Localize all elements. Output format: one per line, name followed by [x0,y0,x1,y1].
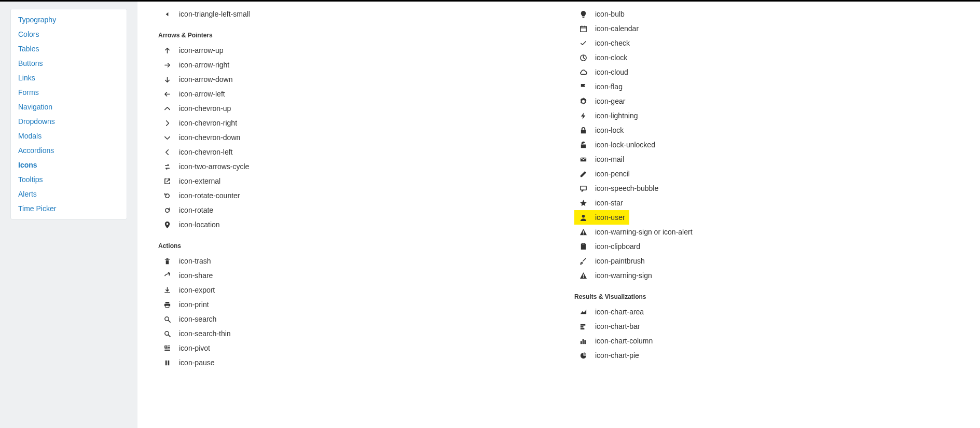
icon-label: icon-speech-bubble [595,184,658,192]
icon-label: icon-chart-pie [595,351,639,360]
icon-label: icon-paintbrush [595,257,645,265]
icon-label: icon-calendar [595,24,639,33]
icon-label: icon-pause [179,358,215,367]
icon-label: icon-pivot [179,344,210,352]
left-column: icon-triangle-left-smallArrows & Pointer… [158,7,543,370]
icon-row-arrow-left: icon-arrow-left [158,87,543,101]
sidebar-item-time-picker[interactable]: Time Picker [11,201,127,216]
icon-row-search: icon-search [158,312,543,326]
clock-icon [578,53,588,62]
icon-label: icon-export [179,286,215,294]
svg-rect-21 [584,340,586,344]
icon-label: icon-clock [595,53,627,62]
icon-row-share: icon-share [158,268,543,283]
icon-label: icon-chart-area [595,308,644,316]
icon-label: icon-bulb [595,10,625,18]
icon-row-rotate-counter: icon-rotate-counter [158,188,543,203]
star-icon [578,198,588,208]
icon-row-chart-area: icon-chart-area [574,305,959,319]
sidebar-nav: TypographyColorsTablesButtonsLinksFormsN… [10,9,127,219]
icon-label: icon-mail [595,155,624,163]
pencil-icon [578,169,588,178]
right-column: icon-bulbicon-calendaricon-checkicon-clo… [574,7,959,370]
icon-row-arrow-up: icon-arrow-up [158,43,543,58]
lock-icon [578,126,588,135]
icon-label: icon-warning-sign [595,271,652,280]
warning-sign-icon [578,227,588,237]
svg-rect-10 [583,230,584,233]
icon-label: icon-clipboard [595,242,640,251]
icon-label: icon-trash [179,257,211,265]
svg-rect-0 [165,306,169,307]
icon-label: icon-arrow-down [179,75,232,84]
icon-row-clipboard: icon-clipboard [574,239,959,254]
icon-row-two-arrows-cycle: icon-two-arrows-cycle [158,159,543,174]
sidebar-item-navigation[interactable]: Navigation [11,100,127,114]
bulb-icon [578,9,588,19]
export-icon [162,285,172,295]
group-title: Arrows & Pointers [158,32,543,39]
icon-label: icon-search-thin [179,329,231,338]
icon-label: icon-cloud [595,68,628,76]
icon-label: icon-check [595,39,630,47]
icon-label: icon-location [179,220,220,229]
icon-row-location: icon-location [158,217,543,232]
sidebar-item-modals[interactable]: Modals [11,129,127,143]
sidebar-item-dropdowns[interactable]: Dropdowns [11,114,127,129]
svg-rect-19 [580,341,582,344]
icon-label: icon-chevron-right [179,119,237,127]
icon-label: icon-print [179,300,209,309]
chart-column-icon [578,336,588,346]
sidebar-item-links[interactable]: Links [11,71,127,85]
icon-row-arrow-down: icon-arrow-down [158,72,543,87]
share-icon [162,271,172,280]
warning-sign-icon [578,271,588,280]
icon-label: icon-chart-column [595,337,653,345]
chevron-down-icon [162,133,172,142]
icon-label: icon-flag [595,82,623,91]
sidebar-item-buttons[interactable]: Buttons [11,56,127,71]
chevron-up-icon [162,104,172,113]
icon-label: icon-arrow-up [179,46,224,54]
icon-row-lock: icon-lock [574,123,959,137]
icon-row-external: icon-external [158,174,543,188]
chart-area-icon [578,307,588,316]
icon-label: icon-warning-sign or icon-alert [595,228,693,236]
icon-label: icon-chevron-up [179,104,231,113]
icon-row-speech-bubble: icon-speech-bubble [574,181,959,196]
icon-row-export: icon-export [158,283,543,297]
icon-row-chart-pie: icon-chart-pie [574,348,959,363]
sidebar-item-tables[interactable]: Tables [11,42,127,56]
icon-row-chart-bar: icon-chart-bar [574,319,959,334]
icon-label: icon-triangle-left-small [179,10,250,18]
clipboard-icon [578,242,588,251]
icon-label: icon-pencil [595,170,630,178]
group-title: Results & Visualizations [574,293,959,300]
sidebar-item-colors[interactable]: Colors [11,27,127,42]
icon-row-paintbrush: icon-paintbrush [574,254,959,268]
icon-row-pencil: icon-pencil [574,167,959,181]
icon-row-clock: icon-clock [574,50,959,65]
sidebar-item-forms[interactable]: Forms [11,85,127,100]
icon-label: icon-chart-bar [595,322,640,330]
icon-row-arrow-right: icon-arrow-right [158,58,543,72]
icon-label: icon-star [595,199,623,207]
icon-row-trash: icon-trash [158,254,543,268]
sidebar-item-typography[interactable]: Typography [11,12,127,27]
icon-row-pause: icon-pause [158,355,543,370]
icon-label: icon-external [179,177,220,185]
chart-pie-icon [578,351,588,360]
sidebar-item-alerts[interactable]: Alerts [11,187,127,201]
icon-row-lock-unlocked: icon-lock-unlocked [574,137,959,152]
icon-label: icon-gear [595,97,625,105]
speech-bubble-icon [578,184,588,193]
print-icon [162,300,172,309]
svg-rect-13 [582,243,585,244]
sidebar-item-accordions[interactable]: Accordions [11,143,127,158]
svg-rect-4 [168,360,169,365]
icon-label: icon-arrow-left [179,90,225,98]
icon-row-triangle-left-small: icon-triangle-left-small [158,7,543,21]
svg-rect-11 [583,233,584,234]
sidebar-item-icons[interactable]: Icons [11,158,127,172]
sidebar-item-tooltips[interactable]: Tooltips [11,172,127,187]
